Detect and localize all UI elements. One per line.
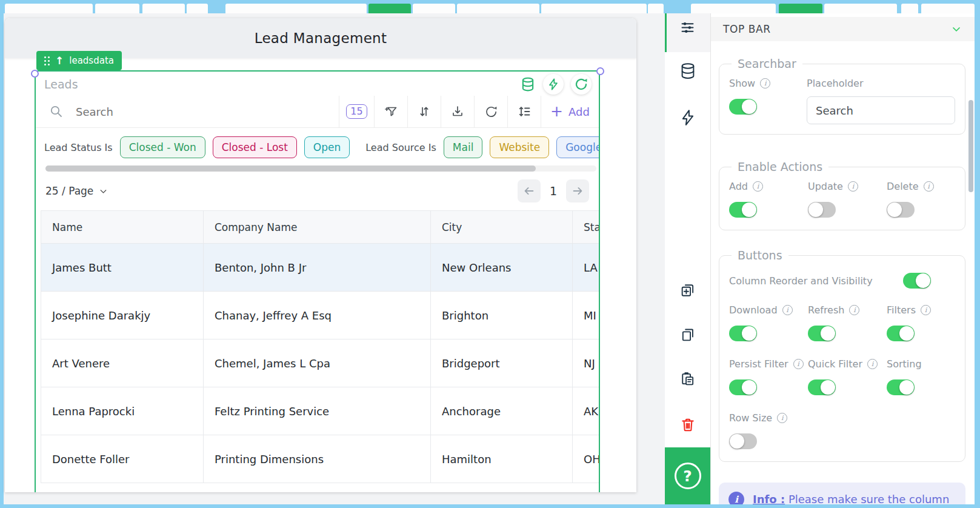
lightning-icon[interactable]: [543, 74, 564, 95]
sort-icon: [417, 104, 432, 119]
update-action-toggle[interactable]: [808, 202, 836, 218]
table-row[interactable]: James Butt Benton, John B Jr New Orleans…: [41, 244, 601, 292]
cell-city[interactable]: New Orleans: [431, 244, 573, 292]
chip-mail[interactable]: Mail: [444, 136, 483, 158]
quick-filter-toggle[interactable]: [808, 379, 836, 395]
property-icon-rail: ?: [665, 13, 710, 504]
database-icon[interactable]: [520, 76, 536, 92]
row-size-toggle[interactable]: [729, 433, 757, 449]
leads-table-widget[interactable]: Leads: [35, 70, 600, 492]
row-height-button[interactable]: [507, 96, 541, 127]
cell-name[interactable]: James Butt: [41, 244, 204, 292]
panel-section-header[interactable]: TOP BAR: [711, 17, 975, 41]
table-row[interactable]: Josephine Darakjy Chanay, Jeffrey A Esq …: [41, 292, 601, 339]
info-icon[interactable]: i: [782, 305, 793, 315]
download-button[interactable]: [441, 96, 474, 127]
cell-company[interactable]: Printing Dimensions: [204, 435, 431, 483]
cell-name[interactable]: Donette Foller: [41, 435, 204, 483]
info-icon[interactable]: i: [777, 413, 787, 423]
copy-icon[interactable]: [665, 326, 710, 343]
cell-name[interactable]: Lenna Paprocki: [41, 387, 204, 435]
add-copy-icon[interactable]: [665, 282, 710, 299]
cell-state[interactable]: AK: [573, 387, 601, 435]
cell-state[interactable]: NJ: [573, 339, 601, 387]
cell-city[interactable]: Brighton: [431, 292, 573, 339]
trash-icon[interactable]: [665, 416, 710, 433]
horizontal-scrollbar[interactable]: [45, 165, 596, 172]
prev-page-button[interactable]: [518, 179, 541, 202]
widget-name-badge[interactable]: ↑ leadsdata: [36, 51, 122, 70]
info-icon[interactable]: i: [921, 305, 931, 315]
pagination-bar: 25 / Page 1: [36, 172, 599, 210]
cell-city[interactable]: Hamilton: [431, 435, 573, 483]
cell-state[interactable]: LA: [573, 244, 601, 292]
next-page-button[interactable]: [566, 179, 589, 202]
chip-google[interactable]: Google: [556, 136, 600, 158]
table-row[interactable]: Donette Foller Printing Dimensions Hamil…: [41, 435, 601, 483]
settings-sliders-icon[interactable]: [665, 19, 710, 36]
info-icon[interactable]: i: [867, 359, 878, 369]
page-size-dropdown[interactable]: 25 / Page: [45, 185, 108, 197]
persist-filter-toggle[interactable]: [729, 379, 757, 395]
info-icon[interactable]: i: [753, 181, 763, 192]
panel-scrollbar-thumb[interactable]: [968, 100, 973, 192]
arrow-up-icon[interactable]: ↑: [55, 55, 64, 67]
chip-open[interactable]: Open: [304, 136, 350, 158]
search-input[interactable]: [76, 105, 339, 118]
drag-handle-icon[interactable]: [44, 56, 50, 65]
cell-state[interactable]: OH: [573, 435, 601, 483]
sorting-toggle[interactable]: [887, 379, 915, 395]
info-icon[interactable]: i: [848, 181, 858, 192]
filters-button[interactable]: [374, 96, 407, 127]
refresh-toggle[interactable]: [808, 326, 836, 341]
cell-city[interactable]: Bridgeport: [431, 339, 573, 387]
delete-action-toggle[interactable]: [887, 202, 915, 218]
add-row-button[interactable]: + Add: [541, 96, 599, 127]
search-icon: [49, 104, 64, 119]
leads-table: Name Company Name City State James Butt …: [41, 210, 600, 483]
horizontal-scrollbar-thumb[interactable]: [45, 165, 536, 172]
column-header-city[interactable]: City: [431, 211, 573, 244]
column-header-state[interactable]: State: [573, 211, 601, 244]
download-toggle[interactable]: [729, 326, 757, 341]
info-icon[interactable]: i: [924, 181, 934, 192]
placeholder-input[interactable]: [807, 96, 955, 124]
chip-website[interactable]: Website: [490, 136, 549, 158]
resize-handle-top-left[interactable]: [31, 70, 39, 78]
database-icon[interactable]: [665, 62, 710, 80]
refresh-label: Refresh: [808, 304, 844, 316]
table-search[interactable]: [36, 96, 339, 127]
resize-handle-top-right[interactable]: [596, 67, 604, 75]
refresh-button[interactable]: [474, 96, 507, 127]
cell-company[interactable]: Chemel, James L Cpa: [204, 339, 431, 387]
info-icon[interactable]: i: [793, 359, 804, 369]
cell-company[interactable]: Chanay, Jeffrey A Esq: [204, 292, 431, 339]
filters-toggle[interactable]: [887, 326, 915, 341]
table-row[interactable]: Lenna Paprocki Feltz Printing Service An…: [41, 387, 601, 435]
refresh-icon[interactable]: [571, 74, 592, 95]
chip-closed-lost[interactable]: Closed - Lost: [213, 136, 297, 158]
chip-closed-won[interactable]: Closed - Won: [120, 136, 205, 158]
cell-company[interactable]: Benton, John B Jr: [204, 244, 431, 292]
cell-state[interactable]: MI: [573, 292, 601, 339]
column-reorder-toggle[interactable]: [903, 273, 931, 289]
cell-company[interactable]: Feltz Printing Service: [204, 387, 431, 435]
paste-icon[interactable]: [665, 370, 710, 387]
help-button[interactable]: ?: [665, 447, 710, 504]
cell-name[interactable]: Art Venere: [41, 339, 204, 387]
info-icon[interactable]: i: [760, 78, 770, 89]
chevron-down-icon[interactable]: [950, 23, 962, 35]
info-icon: i: [728, 492, 744, 504]
column-header-name[interactable]: Name: [41, 211, 204, 244]
table-row[interactable]: Art Venere Chemel, James L Cpa Bridgepor…: [41, 339, 601, 387]
delete-label: Delete: [887, 181, 919, 192]
show-searchbar-toggle[interactable]: [729, 99, 757, 115]
info-icon[interactable]: i: [849, 305, 859, 315]
add-action-toggle[interactable]: [729, 202, 757, 218]
column-header-company[interactable]: Company Name: [204, 211, 431, 244]
sort-button[interactable]: [407, 96, 441, 127]
page-title: Lead Management: [255, 30, 387, 46]
lightning-icon[interactable]: [665, 109, 710, 127]
cell-city[interactable]: Anchorage: [431, 387, 573, 435]
cell-name[interactable]: Josephine Darakjy: [41, 292, 204, 339]
